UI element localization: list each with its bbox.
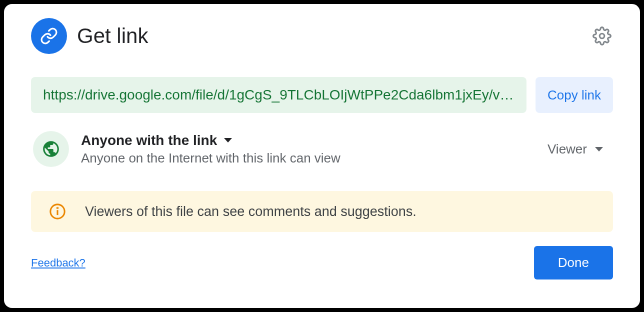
gear-icon	[592, 26, 612, 46]
role-label: Viewer	[548, 142, 587, 157]
link-icon	[31, 18, 67, 54]
done-button[interactable]: Done	[534, 246, 613, 280]
access-text-group: Anyone with the link Anyone on the Inter…	[81, 132, 530, 166]
link-row: https://drive.google.com/file/d/1gCgS_9T…	[31, 77, 613, 113]
access-scope-label: Anyone with the link	[81, 132, 217, 148]
get-link-dialog: Get link https://drive.google.com/file/d…	[4, 4, 640, 308]
info-icon	[49, 203, 66, 220]
info-message: Viewers of this file can see comments an…	[85, 204, 416, 220]
info-banner: Viewers of this file can see comments an…	[31, 191, 613, 232]
settings-button[interactable]	[591, 25, 613, 47]
link-url-field[interactable]: https://drive.google.com/file/d/1gCgS_9T…	[31, 77, 526, 113]
chevron-down-icon	[224, 138, 232, 142]
copy-link-button[interactable]: Copy link	[536, 77, 613, 113]
globe-icon	[33, 131, 69, 167]
feedback-link[interactable]: Feedback?	[31, 256, 86, 270]
chevron-down-icon	[595, 147, 603, 152]
access-description: Anyone on the Internet with this link ca…	[81, 150, 530, 166]
svg-point-3	[57, 208, 58, 208]
dialog-footer: Feedback? Done	[31, 246, 613, 280]
dialog-header: Get link	[31, 18, 613, 54]
access-row: Anyone with the link Anyone on the Inter…	[31, 131, 613, 167]
access-scope-dropdown[interactable]: Anyone with the link	[81, 132, 530, 148]
role-dropdown[interactable]: Viewer	[542, 138, 609, 161]
dialog-title: Get link	[77, 24, 581, 48]
svg-point-0	[600, 34, 604, 38]
